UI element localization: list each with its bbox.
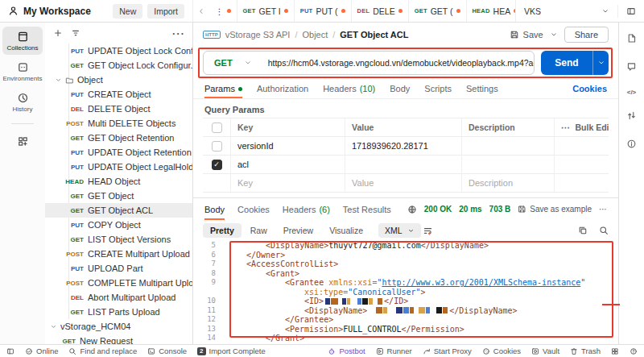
send-button[interactable]: Send — [541, 51, 609, 75]
cell-description[interactable] — [461, 137, 554, 155]
cell-key[interactable]: versionId — [230, 137, 345, 155]
status-runner[interactable]: Runner — [376, 347, 412, 355]
rail-item-history[interactable]: History — [2, 88, 43, 116]
tab-authorization[interactable]: Authorization — [257, 79, 308, 98]
tab-3[interactable]: DELDELE — [352, 0, 409, 22]
status-find-and-replace[interactable]: Find and replace — [68, 347, 137, 355]
bulk-edit-button[interactable]: ⋯Bulk Edit — [561, 122, 609, 132]
tab-4[interactable]: GETGET ( — [409, 0, 467, 22]
status-online[interactable]: Online — [25, 347, 58, 355]
sidebar-request-update-object-legalhold[interactable]: PUTUPDATE Object LegalHold — [45, 160, 192, 174]
url-input[interactable]: https://hcm04.vstorage.vngcloud.vn/demob… — [260, 58, 534, 68]
response-tab-headers[interactable]: Headers(6) — [283, 198, 330, 220]
sidebar-request-multi-delete-objects[interactable]: POSTMulti DELETE Objects — [45, 116, 192, 131]
tabs-scroll-left[interactable] — [193, 0, 209, 22]
tab-5[interactable]: HEADHEA — [467, 0, 516, 22]
status-cookies[interactable]: Cookies — [482, 347, 521, 355]
view-mode-pretty[interactable]: Pretty — [203, 223, 242, 238]
description-placeholder[interactable]: Description — [461, 174, 554, 192]
cell-description[interactable] — [461, 156, 554, 173]
breadcrumb-collection[interactable]: vStorage S3 API — [225, 30, 291, 39]
rail-item-collections[interactable]: Collections — [2, 27, 43, 55]
environment-selector[interactable]: VKS — [515, 0, 644, 22]
environment-chevron-icon[interactable] — [601, 7, 609, 15]
save-button[interactable]: Save — [510, 30, 543, 39]
cookies-link[interactable]: Cookies — [572, 84, 607, 93]
breadcrumb-folder[interactable]: Object — [302, 30, 328, 39]
tab-body[interactable]: Body — [390, 79, 410, 98]
tab-partial[interactable]: ⋮ — [209, 0, 237, 22]
copy-icon[interactable] — [578, 226, 588, 235]
sidebar-request-list-object-versions[interactable]: GETLIST Object Versions — [45, 232, 192, 247]
tab-scripts[interactable]: Scripts — [424, 79, 452, 98]
status-help[interactable] — [630, 347, 638, 355]
sidebar-request-complete-multipart-uplo-[interactable]: POSTCOMPLETE Multipart Uplo... — [45, 276, 192, 290]
share-button[interactable]: Share — [564, 27, 609, 43]
sidebar-request-head-object[interactable]: HEADHEAD Object — [45, 174, 192, 189]
sidebar-request-update-object-lock-confi-[interactable]: PUTUPDATE Object Lock Confi... — [45, 44, 192, 58]
request-info-button[interactable] — [626, 138, 637, 152]
rail-item-new-panel[interactable] — [2, 131, 43, 151]
tab-headers[interactable]: Headers(10) — [323, 79, 375, 98]
add-collection-icon[interactable] — [53, 28, 63, 38]
filter-icon[interactable] — [71, 28, 80, 38]
select-all-checkbox[interactable] — [212, 122, 222, 133]
status-console[interactable]: Console — [147, 347, 187, 355]
sidebar-request-list-parts-upload[interactable]: GETLIST Parts Upload — [45, 305, 192, 319]
sidebar-request-create-object[interactable]: PUTCREATE Object — [45, 87, 192, 102]
status-start-proxy[interactable]: Start Proxy — [423, 347, 472, 355]
documentation-button[interactable] — [626, 32, 637, 47]
search-response-icon[interactable] — [599, 226, 609, 235]
row-checkbox[interactable] — [212, 141, 222, 152]
environment-quick-look-icon[interactable] — [626, 6, 636, 16]
save-chevron-icon[interactable] — [550, 31, 558, 39]
send-options-button[interactable] — [592, 51, 609, 75]
method-dropdown[interactable]: GET — [204, 58, 260, 68]
sidebar-request-get-object-lock-configur-[interactable]: GETGET Object Lock Configur... — [45, 58, 192, 73]
tab-params[interactable]: Params — [204, 79, 242, 98]
cell-value[interactable] — [345, 156, 461, 173]
rail-item-environments[interactable]: Environments — [2, 57, 43, 85]
line-wrap-icon[interactable] — [423, 226, 433, 236]
view-mode-visualize[interactable]: Visualize — [322, 223, 370, 238]
code-snippet-button[interactable]: </> — [627, 89, 637, 96]
import-button[interactable]: Import — [147, 4, 184, 19]
key-placeholder[interactable]: Key — [230, 174, 345, 192]
view-mode-raw[interactable]: Raw — [243, 223, 275, 238]
tab-settings[interactable]: Settings — [466, 79, 498, 98]
sidebar-request-upload-part[interactable]: PUTUPLOAD Part — [45, 261, 192, 276]
new-button[interactable]: New — [113, 4, 142, 19]
view-mode-preview[interactable]: Preview — [276, 223, 320, 238]
sidebar-request-update-object-retention[interactable]: PUTUPDATE Object Retention — [45, 145, 192, 160]
sidebar-request-abort-multipart-upload[interactable]: DELAbort Multipart Upload — [45, 290, 192, 305]
sidebar-request-get-object-retention[interactable]: GETGET Object Retention — [45, 131, 192, 145]
response-tab-test-results[interactable]: Test Results — [343, 198, 391, 220]
comments-button[interactable] — [626, 60, 637, 75]
sidebar-group-vstorage_hcm04[interactable]: vStorage_HCM04 — [45, 319, 192, 334]
format-dropdown[interactable]: XML — [378, 223, 421, 238]
save-as-example-button[interactable]: Save as example — [518, 205, 592, 214]
status-trash[interactable]: Trash — [570, 347, 601, 355]
status-grid[interactable] — [611, 347, 619, 355]
status-layout[interactable] — [6, 347, 14, 355]
sidebar-request-get-object-acl[interactable]: GETGET Object ACL — [45, 203, 192, 218]
cell-key[interactable]: acl — [230, 156, 345, 173]
sidebar-request-get-object[interactable]: GETGET Object — [45, 189, 192, 203]
response-body-editor[interactable]: 5<DisplayName>thuyvt727@gmail.com</Displ… — [193, 241, 618, 343]
response-tab-body[interactable]: Body — [204, 198, 225, 220]
response-tab-cookies[interactable]: Cookies — [237, 198, 270, 220]
pull-request-button[interactable] — [626, 110, 637, 124]
value-placeholder[interactable]: Value — [345, 174, 461, 192]
status-import-complete[interactable]: 2Import Complete — [197, 347, 266, 355]
row-checkbox[interactable]: ✓ — [212, 160, 222, 170]
cell-value[interactable]: 1718939620.28171 — [345, 137, 461, 155]
sidebar-request-create-multipart-upload[interactable]: POSTCREATE Multipart Upload — [45, 247, 192, 261]
sidebar-more[interactable]: ⋯ — [171, 26, 184, 41]
sidebar-folder-object[interactable]: Object — [45, 73, 192, 87]
sidebar-request-new-request[interactable]: GETNew Request — [45, 334, 192, 344]
sidebar-request-copy-object[interactable]: PUTCOPY Object — [45, 218, 192, 232]
response-more[interactable]: ⋯ — [599, 205, 607, 214]
status-postbot[interactable]: Postbot — [328, 347, 365, 355]
tab-1[interactable]: GETGET I — [237, 0, 295, 22]
status-vault[interactable]: Vault — [531, 347, 559, 355]
